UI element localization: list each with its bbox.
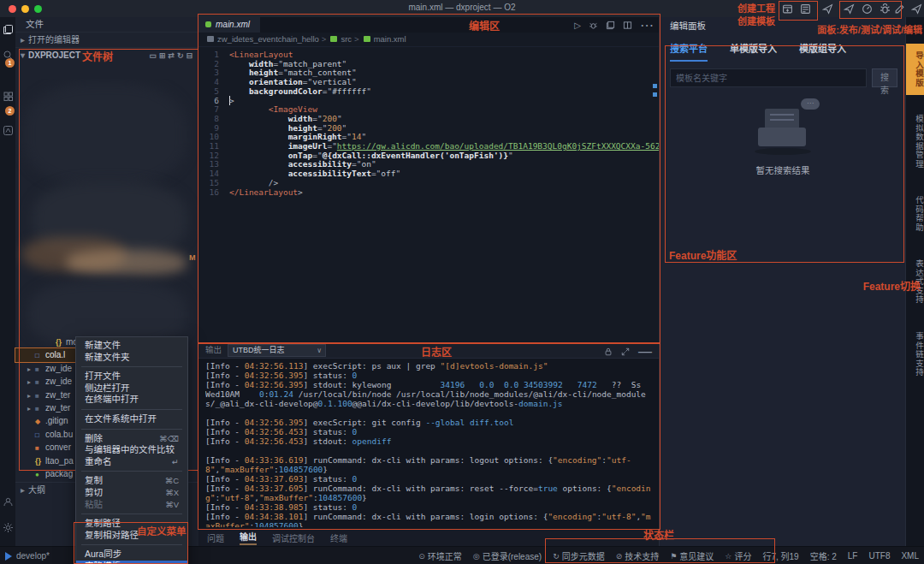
speech-bubble-icon: ⋯ bbox=[801, 98, 820, 110]
menu-item[interactable]: 复制⌘C bbox=[76, 475, 187, 487]
menu-item[interactable]: 侧边栏打开 bbox=[76, 383, 187, 395]
panel-tab[interactable]: 调试控制台 bbox=[272, 531, 315, 544]
breadcrumb-separator: > bbox=[354, 34, 359, 44]
panel-tab[interactable]: 终端 bbox=[330, 531, 347, 544]
menu-item[interactable]: 在文件系统中打开 bbox=[76, 413, 187, 425]
status-item[interactable]: XML bbox=[901, 551, 919, 561]
status-item[interactable]: ↻同步元数据 bbox=[553, 549, 605, 562]
layers-icon[interactable] bbox=[606, 21, 615, 30]
menu-item[interactable]: 克隆模板 bbox=[76, 561, 187, 564]
menu-item[interactable]: 删除⌘⌫ bbox=[76, 433, 187, 445]
status-item-icon: ☆ bbox=[725, 552, 732, 561]
git-branch-indicator[interactable]: develop* bbox=[5, 547, 50, 564]
ide-window: main.xml — dxproject — O2 1 2 bbox=[0, 0, 924, 564]
menu-item[interactable]: 新建文件夹 bbox=[76, 352, 187, 364]
code-lines[interactable]: 1<LinearLayout2 width="match_parent"3 he… bbox=[198, 48, 652, 342]
chevron-down-icon: ∨ bbox=[317, 345, 322, 356]
panel-tab[interactable]: 输出 bbox=[240, 530, 257, 545]
edit-mode-icon[interactable] bbox=[893, 3, 906, 15]
maximize-panel-icon[interactable] bbox=[621, 347, 630, 356]
template-search-input[interactable] bbox=[670, 68, 867, 87]
publish-mode-icon[interactable] bbox=[843, 3, 856, 15]
menu-item[interactable]: 在终端中打开 bbox=[76, 394, 187, 406]
edit-panel-tab[interactable]: 单模版导入 bbox=[730, 41, 777, 62]
menu-item[interactable]: 复制路径 bbox=[76, 518, 187, 530]
chevron-right-icon: ▸ bbox=[21, 33, 28, 47]
redacted-blob bbox=[67, 250, 187, 276]
breadcrumb-item[interactable]: zw_idetes_eventchain_hello bbox=[217, 34, 319, 44]
status-item[interactable]: ⚑意见建议 bbox=[670, 549, 714, 562]
status-bar-items: ⊙环境正常◎已登录(release)↻同步元数据⊘技术支持⚑意见建议☆评分行7,… bbox=[418, 547, 919, 564]
more-actions-icon[interactable]: ⋯ bbox=[640, 17, 654, 33]
status-item[interactable]: LF bbox=[848, 551, 858, 561]
breadcrumb-separator: > bbox=[322, 34, 327, 44]
status-item[interactable]: UTF8 bbox=[868, 551, 890, 561]
create-project-icon[interactable] bbox=[781, 3, 794, 15]
menu-item[interactable]: Aura同步 bbox=[76, 549, 187, 561]
search-button[interactable]: 搜索 bbox=[872, 68, 897, 87]
folder-gray-icon bbox=[207, 36, 214, 42]
log-lines[interactable]: [Info - 04:32:56.113] execScript: ps aux… bbox=[205, 361, 654, 527]
edit-panel-tab[interactable]: 搜索平台 bbox=[670, 41, 708, 62]
project-toolbar[interactable]: ▭⊞⇄↻⊟ bbox=[149, 48, 195, 63]
send-icon[interactable] bbox=[910, 3, 923, 15]
explorer-icon[interactable] bbox=[2, 24, 14, 36]
feature-tab[interactable]: 事件链支持 bbox=[906, 324, 924, 385]
debug-icon[interactable] bbox=[589, 21, 598, 30]
debug-mode-icon[interactable] bbox=[879, 3, 891, 15]
open-editors-section[interactable]: ▸打开的编辑器 bbox=[15, 33, 198, 48]
tree-item-label: cola.bu bbox=[45, 430, 73, 439]
minimize-panel-icon[interactable]: — bbox=[638, 344, 652, 359]
dx-tool-icon[interactable] bbox=[2, 125, 14, 137]
plugin-icon[interactable] bbox=[2, 91, 14, 103]
status-item[interactable]: ⊘技术支持 bbox=[616, 549, 660, 562]
account-icon[interactable] bbox=[2, 496, 14, 508]
status-item[interactable]: 空格: 2 bbox=[810, 549, 837, 562]
feature-tab[interactable]: 模拟数据管理 bbox=[906, 107, 924, 176]
breadcrumb-item[interactable]: src bbox=[341, 34, 352, 44]
publish-panel-icon[interactable] bbox=[821, 3, 834, 15]
settings-gear-icon[interactable] bbox=[2, 522, 14, 534]
editor-toolbar: ▷ ⋯ bbox=[574, 19, 654, 31]
context-menu: 新建文件新建文件夹打开文件侧边栏打开在终端中打开在文件系统中打开删除⌘⌫与编辑器… bbox=[75, 336, 188, 564]
panel-tab[interactable]: 问题 bbox=[207, 531, 224, 544]
menu-item[interactable]: 与编辑器中的文件比较 bbox=[76, 444, 187, 456]
chevron-right-icon: ▸ bbox=[27, 363, 35, 376]
empty-tray-shadow bbox=[755, 148, 811, 155]
breadcrumb: zw_idetes_eventchain_hello>src>main.xml bbox=[198, 33, 659, 47]
menu-item[interactable]: 复制相对路径 bbox=[76, 530, 187, 542]
editor-area: main.xml ▷ ⋯ zw_idetes_eventchain_hello>… bbox=[198, 17, 659, 342]
lock-icon[interactable] bbox=[604, 347, 613, 356]
run-icon[interactable]: ▷ bbox=[574, 21, 581, 30]
status-item[interactable]: ☆评分 bbox=[725, 549, 751, 562]
status-item[interactable]: ◎已登录(release) bbox=[473, 549, 542, 562]
breadcrumb-item[interactable]: main.xml bbox=[374, 34, 406, 44]
code-line[interactable]: 5 backgroundColor="#ffffff" bbox=[198, 87, 652, 97]
menu-separator bbox=[81, 544, 182, 545]
log-channel-select[interactable]: UTBD统一日志∨ bbox=[228, 344, 326, 357]
menu-item[interactable]: 打开文件 bbox=[76, 371, 187, 383]
test-mode-icon[interactable] bbox=[861, 3, 874, 15]
menu-item[interactable]: 新建文件 bbox=[76, 340, 187, 352]
edit-panel-tab[interactable]: 模版组导入 bbox=[799, 41, 846, 62]
split-editor-icon[interactable] bbox=[623, 21, 632, 30]
project-section[interactable]: ▾DXPROJECT ▭⊞⇄↻⊟ bbox=[15, 48, 198, 63]
code-line[interactable]: 16</LinearLayout> bbox=[198, 188, 652, 198]
menu-item[interactable]: 粘贴⌘V bbox=[76, 499, 187, 511]
empty-tray-illustration: ⋯ bbox=[744, 98, 821, 160]
menu-item[interactable]: 剪切⌘X bbox=[76, 487, 187, 499]
file-tree-redacted[interactable]: M bbox=[15, 79, 198, 353]
status-item[interactable]: ⊙环境正常 bbox=[418, 549, 462, 562]
tree-item-label: conver bbox=[45, 442, 71, 452]
feature-tab[interactable]: 表达式支持 bbox=[906, 252, 924, 312]
menu-item[interactable]: 重命名↵ bbox=[76, 456, 187, 468]
status-item-icon: ↻ bbox=[553, 552, 560, 561]
tree-item[interactable]: □cola.l bbox=[15, 348, 79, 361]
create-template-icon[interactable] bbox=[799, 3, 812, 15]
feature-tab[interactable]: 代码帮助 bbox=[906, 188, 924, 240]
feature-tab[interactable]: 导入模版 bbox=[906, 44, 924, 95]
status-item[interactable]: 行7, 列19 bbox=[762, 549, 798, 562]
tree-item-label: ltao_pa bbox=[45, 456, 74, 466]
editor-tab-main-xml[interactable]: main.xml bbox=[198, 17, 260, 33]
line-number: 16 bbox=[198, 188, 219, 198]
